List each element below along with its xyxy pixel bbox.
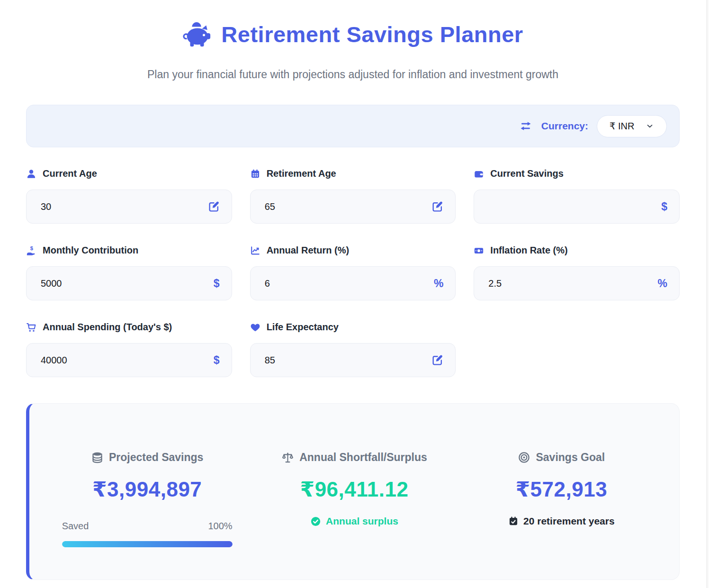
exchange-arrows-icon xyxy=(519,120,533,132)
percent-sign-icon: % xyxy=(658,277,667,290)
result-heading-text: Savings Goal xyxy=(536,451,605,464)
coins-icon xyxy=(91,451,104,464)
input-wrap: $ xyxy=(26,266,232,300)
main-content: Retirement Savings Planner Plan your fin… xyxy=(26,0,680,580)
current-age-input[interactable] xyxy=(26,190,232,224)
input-wrap xyxy=(26,190,232,224)
dollar-sign-icon: $ xyxy=(661,200,667,213)
wallet-icon xyxy=(474,169,484,179)
surplus-status: Annual surplus xyxy=(251,516,458,527)
page-header: Retirement Savings Planner xyxy=(26,21,680,47)
currency-selected-value: ₹ INR xyxy=(610,120,635,132)
edit-icon[interactable] xyxy=(431,201,443,213)
field-label: Retirement Age xyxy=(250,168,456,179)
percent-sign-icon: % xyxy=(434,277,443,290)
savings-goal-card: Savings Goal ₹572,913 20 retirement year… xyxy=(458,451,665,579)
bullseye-icon xyxy=(518,451,530,464)
life-expectancy-input[interactable] xyxy=(250,343,456,377)
input-wrap: $ xyxy=(26,343,232,377)
money-bill-icon xyxy=(474,245,484,256)
field-label-text: Monthly Contribution xyxy=(43,245,138,256)
annual-return-input[interactable] xyxy=(250,266,456,300)
current-savings-input[interactable] xyxy=(474,190,680,224)
inflation-rate-input[interactable] xyxy=(474,266,680,300)
svg-text:$: $ xyxy=(30,245,33,251)
heart-icon xyxy=(250,322,260,333)
field-retirement-age: Retirement Age xyxy=(250,168,456,224)
cart-icon xyxy=(26,322,36,333)
progress-track xyxy=(62,541,233,547)
result-heading: Annual Shortfall/Surplus xyxy=(251,451,458,464)
piggy-bank-icon xyxy=(182,21,212,47)
page-subtitle: Plan your financial future with projecti… xyxy=(26,68,680,81)
scrollbar[interactable] xyxy=(707,0,709,588)
chevron-down-icon xyxy=(646,122,654,130)
user-icon xyxy=(26,169,36,179)
page-title: Retirement Savings Planner xyxy=(221,21,523,47)
field-monthly-contribution: $ Monthly Contribution $ xyxy=(26,245,232,300)
result-heading-text: Annual Shortfall/Surplus xyxy=(299,451,427,464)
dollar-sign-icon: $ xyxy=(214,354,220,367)
retirement-age-input[interactable] xyxy=(250,190,456,224)
result-heading: Savings Goal xyxy=(458,451,665,464)
hand-holding-dollar-icon: $ xyxy=(26,245,36,256)
input-wrap: % xyxy=(250,266,456,300)
field-label-text: Annual Return (%) xyxy=(267,245,349,256)
shortfall-surplus-card: Annual Shortfall/Surplus ₹96,411.12 Annu… xyxy=(251,451,458,579)
input-wrap: % xyxy=(474,266,680,300)
annual-spending-input[interactable] xyxy=(26,343,232,377)
field-label-text: Current Savings xyxy=(490,168,563,179)
currency-bar: Currency: ₹ INR xyxy=(26,105,680,147)
field-label-text: Retirement Age xyxy=(267,168,336,179)
field-label: Current Age xyxy=(26,168,232,179)
savings-goal-value: ₹572,913 xyxy=(458,477,665,501)
field-label: Current Savings xyxy=(474,168,680,179)
result-heading-text: Projected Savings xyxy=(109,451,203,464)
field-label: Inflation Rate (%) xyxy=(474,245,680,256)
savings-progress: Saved 100% xyxy=(62,521,233,547)
results-panel: Projected Savings ₹3,994,897 Saved 100% xyxy=(26,403,680,580)
monthly-contribution-input[interactable] xyxy=(26,266,232,300)
field-label: Annual Spending (Today's $) xyxy=(26,322,232,333)
check-circle-icon xyxy=(310,516,321,527)
calendar-icon xyxy=(250,169,260,179)
projected-savings-value: ₹3,994,897 xyxy=(44,477,251,501)
retirement-years-note: 20 retirement years xyxy=(458,516,665,527)
field-label-text: Annual Spending (Today's $) xyxy=(43,322,172,333)
progress-percent: 100% xyxy=(208,521,233,532)
field-current-savings: Current Savings $ xyxy=(474,168,680,224)
edit-icon[interactable] xyxy=(208,201,220,213)
balance-scale-icon xyxy=(281,451,294,464)
input-wrap: $ xyxy=(474,190,680,224)
field-label-text: Current Age xyxy=(43,168,97,179)
field-current-age: Current Age xyxy=(26,168,232,224)
surplus-status-text: Annual surplus xyxy=(326,516,398,527)
calendar-check-icon xyxy=(508,516,519,526)
currency-select[interactable]: ₹ INR xyxy=(597,115,667,137)
edit-icon[interactable] xyxy=(431,354,443,366)
progress-fill xyxy=(62,541,233,547)
dollar-sign-icon: $ xyxy=(214,277,220,290)
retirement-planner-page: Retirement Savings Planner Plan your fin… xyxy=(0,0,709,588)
field-label: Annual Return (%) xyxy=(250,245,456,256)
input-wrap xyxy=(250,343,456,377)
field-life-expectancy: Life Expectancy xyxy=(250,322,456,377)
retirement-years-text: 20 retirement years xyxy=(523,516,615,527)
field-label: Life Expectancy xyxy=(250,322,456,333)
projected-savings-card: Projected Savings ₹3,994,897 Saved 100% xyxy=(44,451,251,579)
shortfall-surplus-value: ₹96,411.12 xyxy=(251,477,458,501)
result-heading: Projected Savings xyxy=(44,451,251,464)
field-label: $ Monthly Contribution xyxy=(26,245,232,256)
field-label-text: Inflation Rate (%) xyxy=(490,245,567,256)
fields-grid: Current Age Retirement Age xyxy=(26,168,680,398)
progress-label: Saved xyxy=(62,521,89,532)
chart-line-icon xyxy=(250,245,260,256)
progress-labels: Saved 100% xyxy=(62,521,233,532)
field-annual-spending: Annual Spending (Today's $) $ xyxy=(26,322,232,377)
input-wrap xyxy=(250,190,456,224)
field-annual-return: Annual Return (%) % xyxy=(250,245,456,300)
field-inflation-rate: Inflation Rate (%) % xyxy=(474,245,680,300)
field-label-text: Life Expectancy xyxy=(267,322,339,333)
currency-label: Currency: xyxy=(541,120,588,132)
